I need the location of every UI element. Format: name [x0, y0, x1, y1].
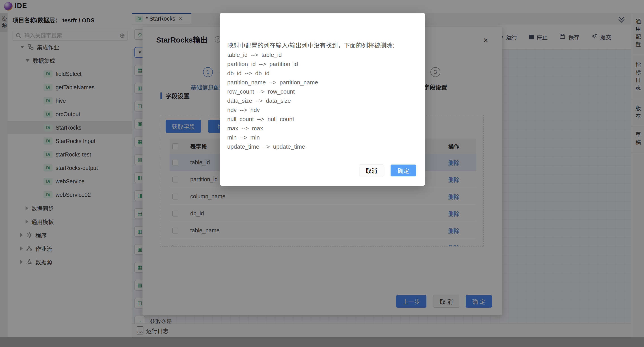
dialog-ok-button[interactable]: 确定 — [390, 165, 416, 176]
mapping-line: max --> max — [227, 124, 420, 133]
mapping-line: update_time --> update_time — [227, 142, 420, 151]
screen: IDE 资源 项目名称/数据层： testfr / ODS ⊕ 集成作业 数据集… — [0, 0, 644, 347]
confirm-dialog: 映射中配置的列在输入/输出列中没有找到，下面的列将被删除： table_id -… — [220, 13, 425, 186]
mapping-line: row_count --> row_count — [227, 87, 420, 96]
mapping-line: data_size --> data_size — [227, 96, 420, 105]
mapping-line: min --> min — [227, 133, 420, 142]
mapping-line: ndv --> ndv — [227, 105, 420, 115]
mapping-line: table_id --> table_id — [227, 50, 420, 59]
mapping-line: partition_name --> partition_name — [227, 78, 420, 87]
mapping-line: partition_id --> partition_id — [227, 59, 420, 69]
mapping-line: db_id --> db_id — [227, 69, 420, 78]
mapping-line: null_count --> null_count — [227, 115, 420, 124]
dialog-message: 映射中配置的列在输入/输出列中没有找到，下面的列将被删除： — [227, 41, 420, 49]
dialog-cancel-button[interactable]: 取消 — [359, 165, 384, 176]
mapping-list: table_id --> table_idpartition_id --> pa… — [227, 50, 420, 151]
